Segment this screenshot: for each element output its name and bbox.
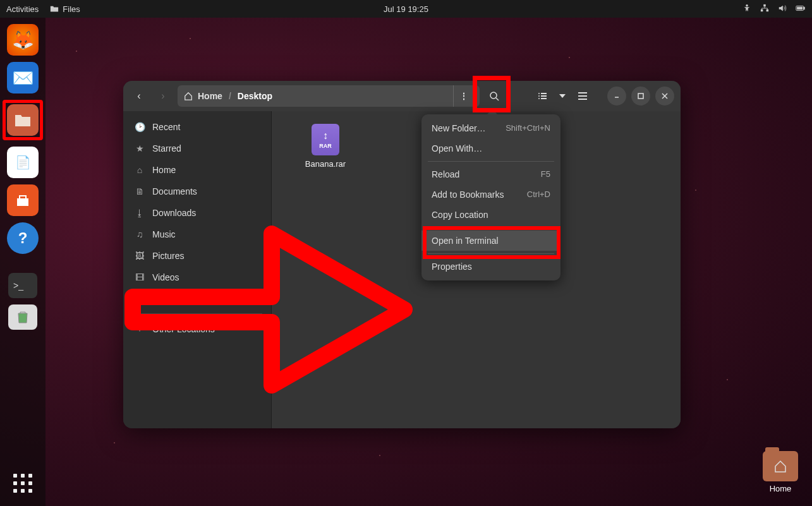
list-icon bbox=[538, 92, 547, 100]
nav-forward-button[interactable]: › bbox=[154, 87, 173, 105]
download-icon: ⭳ bbox=[135, 208, 145, 218]
svg-rect-16 bbox=[578, 99, 587, 100]
window-maximize-button[interactable] bbox=[631, 87, 650, 105]
sidebar-label: Pictures bbox=[152, 251, 185, 261]
svg-rect-6 bbox=[797, 7, 803, 9]
topbar-datetime[interactable]: Jul 19 19:25 bbox=[384, 4, 428, 14]
menu-separator bbox=[428, 161, 554, 162]
file-item-banana-rar[interactable]: RAR Banana.rar bbox=[297, 124, 354, 169]
plus-icon: ＋ bbox=[135, 323, 145, 335]
accessibility-icon[interactable] bbox=[742, 4, 751, 15]
hamburger-menu-button[interactable] bbox=[573, 87, 592, 105]
sidebar-videos[interactable]: 🎞Videos bbox=[123, 267, 271, 288]
sidebar-label: Videos bbox=[152, 272, 179, 282]
sidebar-starred[interactable]: ★Starred bbox=[123, 138, 271, 159]
search-button[interactable] bbox=[485, 87, 504, 105]
sidebar-trash[interactable]: 🗑Trash bbox=[123, 288, 271, 310]
sidebar-documents[interactable]: 🗎Documents bbox=[123, 181, 271, 202]
path-more-button[interactable]: ⋮ bbox=[453, 85, 473, 107]
sidebar-other-locations[interactable]: ＋Other Locations bbox=[123, 318, 271, 340]
sidebar: 🕑Recent ★Starred ⌂Home 🗎Documents ⭳Downl… bbox=[123, 111, 272, 428]
annotation-files-highlight bbox=[3, 100, 43, 140]
svg-point-8 bbox=[538, 93, 540, 94]
dock-files[interactable] bbox=[7, 104, 39, 136]
dock-terminal[interactable]: >_ bbox=[8, 273, 37, 298]
music-icon: ♫ bbox=[135, 229, 145, 239]
menu-separator bbox=[428, 253, 554, 254]
document-icon: 🗎 bbox=[135, 186, 145, 196]
menu-label: New Folder… bbox=[432, 123, 486, 133]
menu-label: Copy Location bbox=[432, 210, 488, 220]
svg-point-12 bbox=[538, 98, 540, 99]
menu-label: Reload bbox=[432, 169, 459, 179]
video-icon: 🎞 bbox=[135, 272, 145, 282]
battery-icon[interactable] bbox=[796, 4, 806, 15]
menu-add-bookmark[interactable]: Add to Bookmarks Ctrl+D bbox=[421, 184, 561, 205]
dock-software[interactable] bbox=[7, 184, 39, 216]
picture-icon: 🖼 bbox=[135, 251, 145, 261]
sidebar-label: Documents bbox=[152, 186, 197, 196]
sidebar-pictures[interactable]: 🖼Pictures bbox=[123, 245, 271, 267]
trash-icon: 🗑 bbox=[135, 294, 145, 304]
svg-point-10 bbox=[538, 95, 540, 97]
svg-rect-3 bbox=[767, 9, 769, 11]
svg-point-0 bbox=[746, 4, 748, 6]
svg-rect-14 bbox=[578, 92, 587, 93]
menu-reload[interactable]: Reload F5 bbox=[421, 164, 561, 184]
minimize-icon bbox=[614, 93, 620, 99]
menu-open-terminal[interactable]: Open in Terminal bbox=[421, 231, 561, 251]
view-dropdown-button[interactable] bbox=[557, 87, 568, 105]
topbar-app-indicator[interactable]: Files bbox=[50, 4, 80, 14]
sidebar-label: Starred bbox=[152, 143, 181, 154]
menu-properties[interactable]: Properties bbox=[421, 256, 561, 277]
dock-trash[interactable] bbox=[8, 304, 37, 330]
menu-shortcut: Shift+Ctrl+N bbox=[506, 123, 550, 133]
path-segment-current[interactable]: Desktop bbox=[238, 91, 272, 101]
window-header: ‹ › Home / Desktop ⋮ bbox=[123, 81, 681, 111]
sidebar-label: Home bbox=[152, 165, 176, 175]
path-segment-home[interactable]: Home bbox=[198, 91, 222, 101]
network-icon[interactable] bbox=[760, 4, 769, 15]
hamburger-icon bbox=[578, 92, 587, 100]
view-list-button[interactable] bbox=[533, 87, 552, 105]
svg-rect-9 bbox=[541, 93, 547, 94]
home-icon: ⌂ bbox=[135, 165, 145, 175]
dock-firefox[interactable]: 🦊 bbox=[7, 24, 39, 56]
menu-new-folder[interactable]: New Folder… Shift+Ctrl+N bbox=[421, 118, 561, 138]
desktop-label: Home bbox=[770, 484, 792, 493]
activities-button[interactable]: Activities bbox=[6, 4, 39, 14]
sidebar-home[interactable]: ⌂Home bbox=[123, 159, 271, 181]
svg-rect-1 bbox=[763, 4, 766, 6]
pathbar[interactable]: Home / Desktop ⋮ bbox=[178, 85, 480, 107]
volume-icon[interactable] bbox=[778, 4, 787, 15]
window-minimize-button[interactable] bbox=[607, 87, 626, 105]
path-separator: / bbox=[229, 91, 231, 101]
sidebar-downloads[interactable]: ⭳Downloads bbox=[123, 202, 271, 224]
context-menu: New Folder… Shift+Ctrl+N Open With… Relo… bbox=[421, 114, 561, 280]
sidebar-label: Music bbox=[152, 229, 176, 239]
svg-rect-5 bbox=[803, 7, 804, 9]
svg-rect-15 bbox=[578, 95, 587, 97]
window-close-button[interactable] bbox=[655, 87, 674, 105]
desktop-home-folder[interactable]: Home bbox=[763, 451, 798, 493]
nav-back-button[interactable]: ‹ bbox=[130, 87, 148, 105]
dock-help[interactable]: ? bbox=[7, 222, 39, 254]
sidebar-music[interactable]: ♫Music bbox=[123, 224, 271, 245]
menu-label: Open in Terminal bbox=[432, 236, 499, 246]
dock-libreoffice[interactable]: 📄 bbox=[7, 147, 39, 178]
dock-show-apps[interactable] bbox=[11, 472, 34, 495]
svg-rect-2 bbox=[761, 9, 763, 11]
clock-icon: 🕑 bbox=[135, 122, 145, 132]
menu-copy-location[interactable]: Copy Location bbox=[421, 205, 561, 225]
menu-label: Add to Bookmarks bbox=[432, 190, 504, 200]
sidebar-label: Recent bbox=[152, 122, 180, 132]
svg-point-7 bbox=[490, 92, 497, 99]
sidebar-label: Trash bbox=[152, 294, 174, 304]
file-label: Banana.rar bbox=[305, 159, 346, 169]
dock-thunderbird[interactable]: ✉️ bbox=[7, 62, 39, 93]
chevron-down-icon bbox=[559, 94, 566, 98]
menu-open-with[interactable]: Open With… bbox=[421, 138, 561, 159]
files-window: ‹ › Home / Desktop ⋮ bbox=[123, 81, 681, 428]
sidebar-recent[interactable]: 🕑Recent bbox=[123, 116, 271, 138]
maximize-icon bbox=[638, 93, 644, 99]
